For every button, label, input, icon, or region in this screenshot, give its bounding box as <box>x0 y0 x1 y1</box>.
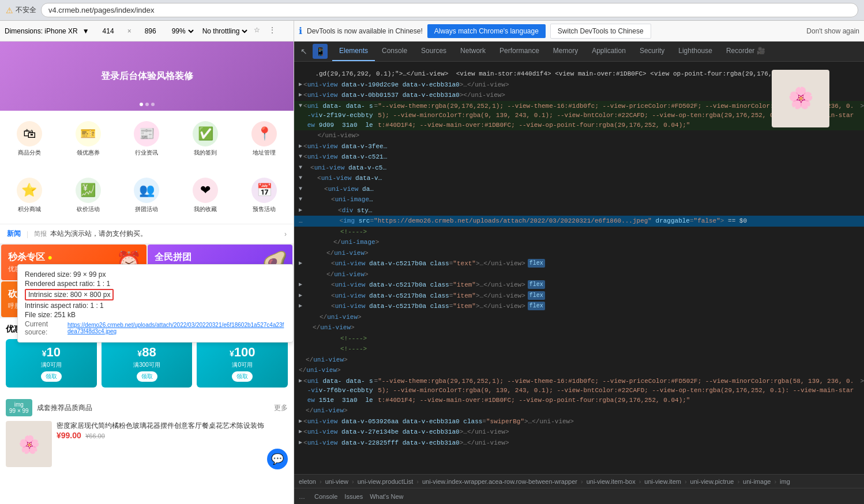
coupon-card-1[interactable]: ¥10 满0可用 领取 <box>6 339 97 388</box>
tab-sources[interactable]: Sources <box>414 42 453 61</box>
dont-show-button[interactable]: Don't show again <box>806 27 859 35</box>
coupon-btn[interactable]: 领取 <box>41 371 62 382</box>
expand-arrow[interactable]: ▶ <box>299 417 302 426</box>
product-more[interactable]: 更多 <box>274 403 288 413</box>
icon-circle: 🛍 <box>17 121 42 146</box>
chat-button[interactable]: 💬 <box>267 449 288 469</box>
issues-tab[interactable]: Issues <box>344 493 363 500</box>
zoom-select[interactable]: 99% <box>170 27 196 36</box>
tooltip-source-url[interactable]: https://demo26.crmeb.net/uploads/attach/… <box>67 322 286 334</box>
cursor-icon-btn[interactable]: ↖ <box>296 44 311 59</box>
code-line: ▶ <uni-view data-v-c5217b0a class="item"… <box>294 280 864 291</box>
device-icon-btn[interactable]: 📱 <box>313 44 328 59</box>
chevron-down-icon[interactable]: ▼ <box>82 27 89 35</box>
icon-circle: 📅 <box>251 178 277 203</box>
height-input[interactable] <box>136 27 165 35</box>
code-area[interactable]: 🌸 .gd(29,176,292, 0.1);">…</uni-view> <v… <box>294 62 864 474</box>
coupon-btn[interactable]: 领取 <box>232 371 253 382</box>
expand-arrow[interactable]: ▶ <box>299 291 302 300</box>
icon-label: 我的签到 <box>194 149 217 157</box>
icon-item-shopping[interactable]: 🛍 商品分类 <box>0 116 59 161</box>
expand-arrow[interactable]: ▼ <box>299 152 302 161</box>
url-bar[interactable]: v4.crmeb.net/pages/index/index <box>41 3 858 17</box>
devtools-panel: ℹ DevTools is now available in Chinese! … <box>294 21 864 504</box>
code-line: </uni-view> <box>294 130 864 141</box>
icon-item-coupon[interactable]: 🎫 领优惠券 <box>59 116 118 161</box>
tab-lighthouse[interactable]: Lighthouse <box>671 42 719 61</box>
expand-arrow[interactable]: ▶ <box>299 280 302 289</box>
notification-text: DevTools is now available in Chinese! <box>307 27 423 35</box>
expand-arrow[interactable]: ▶ <box>299 91 302 99</box>
breadcrumb-uni-view[interactable]: uni-view <box>325 478 348 485</box>
breadcrumb-productlist[interactable]: uni-view.productList <box>358 478 414 485</box>
product-price: ¥99.00 <box>57 431 81 440</box>
tab-performance[interactable]: Performance <box>493 42 546 61</box>
expand-arrow[interactable]: ▶ <box>299 427 302 436</box>
tab-memory[interactable]: Memory <box>546 42 585 61</box>
breadcrumb-item-box[interactable]: uni-view.item-box <box>587 478 636 485</box>
expand-arrow[interactable]: ▼ <box>299 174 302 182</box>
expand-arrow[interactable]: ▶ <box>299 259 302 268</box>
info-icon: ℹ <box>299 25 302 36</box>
code-line: </uni-view> <box>294 322 864 333</box>
icon-item-news[interactable]: 📰 行业资讯 <box>118 116 176 161</box>
icon-item-bargain[interactable]: 💹 砍价活动 <box>59 173 118 218</box>
switch-language-button[interactable]: Switch DevTools to Chinese <box>550 24 651 39</box>
flex-badge: flex <box>528 259 545 268</box>
selected-code-line[interactable]: … <img src="https://demo26.crmeb.net/upl… <box>294 216 864 227</box>
coupon-card-3[interactable]: ¥100 满0可用 领取 <box>197 339 288 388</box>
tab-recorder[interactable]: Recorder 🎥 <box>719 42 772 61</box>
breadcrumb-item[interactable]: uni-view.item <box>644 478 681 485</box>
coupon-btn[interactable]: 领取 <box>137 371 157 382</box>
coupon-card-2[interactable]: ¥88 满300可用 领取 <box>102 339 193 388</box>
expand-arrow[interactable]: ▶ <box>299 80 302 89</box>
width-input[interactable] <box>94 27 123 35</box>
icon-circle: 🎫 <box>76 121 101 146</box>
match-language-button[interactable]: Always match Chrome's language <box>427 24 546 38</box>
icon-circle: 📍 <box>251 121 277 146</box>
tab-application[interactable]: Application <box>585 42 633 61</box>
icon-item-favorites[interactable]: ❤ 我的收藏 <box>176 173 235 218</box>
tab-group: Elements Console Sources Network Perform… <box>332 42 772 61</box>
dim-separator: × <box>127 27 132 35</box>
icon-item-group[interactable]: 👥 拼团活动 <box>118 173 176 218</box>
expand-arrow[interactable]: ▶ <box>299 438 302 447</box>
icon-label: 砍价活动 <box>77 205 100 213</box>
expand-arrow[interactable]: ▶ <box>299 206 302 215</box>
expand-arrow[interactable]: ▼ <box>299 195 302 204</box>
browser-bar: ⚠ 不安全 v4.crmeb.net/pages/index/index <box>0 0 864 21</box>
code-line: ▶ <uni-view data-v-053926aa data-v-ecbb3… <box>294 416 864 427</box>
breadcrumb-uni-image[interactable]: uni-image <box>743 478 771 485</box>
expand-arrow[interactable]: ▶ <box>299 302 302 310</box>
icon-item-presale[interactable]: 📅 预售活动 <box>235 173 294 218</box>
tab-security[interactable]: Security <box>633 42 671 61</box>
flex-badge: flex <box>528 302 545 310</box>
tab-console[interactable]: Console <box>375 42 414 61</box>
icon-item-address[interactable]: 📍 地址管理 <box>235 116 294 161</box>
badge-size: 99 × 99 <box>9 408 29 414</box>
expand-arrow[interactable]: ▶ <box>299 142 302 151</box>
throttle-select[interactable]: No throttling <box>200 27 249 36</box>
icon-item-checkin[interactable]: ✅ 我的签到 <box>176 116 235 161</box>
bookmark-icon[interactable]: ☆ <box>254 26 264 36</box>
tooltip-intrinsic-size: Intrinsic size: 800 × 800 px <box>25 289 286 300</box>
expand-arrow[interactable]: ▼ <box>299 185 302 193</box>
icon-item-points[interactable]: ⭐ 积分商城 <box>0 173 59 218</box>
more-icon[interactable]: ⋮ <box>269 26 279 36</box>
tooltip-source: Current source: https://demo26.crmeb.net… <box>25 320 286 336</box>
breadcrumb-index-wrapper[interactable]: uni-view.index-wrapper.acea-row.row-betw… <box>422 478 577 485</box>
icon-circle: ⭐ <box>17 178 42 203</box>
breadcrumb-img[interactable]: img <box>780 478 790 485</box>
expand-arrow[interactable]: ▼ <box>299 163 302 172</box>
code-line: ▼ <uni-view data-v-c5… <box>294 163 864 174</box>
console-tab[interactable]: Console <box>314 493 337 500</box>
dot-3 <box>151 103 155 106</box>
tab-elements[interactable]: Elements <box>332 42 375 61</box>
whats-new-tab[interactable]: What's New <box>370 493 403 500</box>
breadcrumb-eleton[interactable]: eleton <box>299 478 316 485</box>
tab-network[interactable]: Network <box>453 42 493 61</box>
expand-arrow[interactable]: ▶ <box>299 377 302 385</box>
code-line: ▶ <uni-view data-v-27e134be data-v-ecbb3… <box>294 427 864 438</box>
expand-arrow[interactable]: ▼ <box>299 101 302 110</box>
breadcrumb-pictrue[interactable]: uni-view.pictrue <box>690 478 734 485</box>
